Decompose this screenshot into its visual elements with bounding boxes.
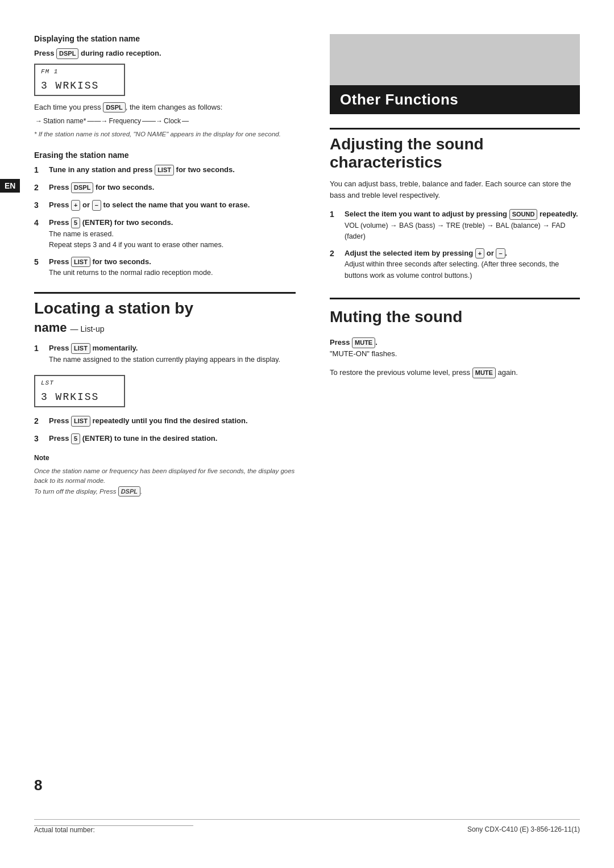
mute-key: MUTE	[352, 337, 375, 348]
plus-key: +	[71, 200, 80, 211]
dspl-key: DSPL	[56, 48, 78, 59]
header-gray-box	[330, 34, 580, 85]
footer-left: Actual total number:	[34, 825, 193, 834]
section-divider	[34, 292, 296, 294]
footer-left-text: Actual total number:	[34, 826, 95, 834]
list-item: 3 Press 5 (ENTER) to tune in the desired…	[34, 433, 296, 445]
locating-steps-list: 1 Press LIST momentarily. The name assig…	[34, 343, 296, 365]
list-key: LIST	[155, 165, 174, 176]
muting-press: Press MUTE. "MUTE-ON" flashes.	[330, 337, 580, 359]
minus-key2: –	[496, 248, 505, 259]
minus-key: –	[92, 200, 101, 211]
arrow-flow: → Station name* ——→ Frequency ——→ Clock …	[34, 117, 296, 125]
display-fm-label: FM 1	[41, 68, 58, 75]
display-lst-label: LST	[41, 379, 54, 386]
sound-key: SOUND	[509, 209, 538, 220]
adjusting-title: Adjusting the sound characteristics	[330, 135, 580, 172]
muting-divider	[330, 298, 580, 299]
list-item: 1 Select the item you want to adjust by …	[330, 208, 580, 242]
main-title: Other Functions	[330, 85, 580, 114]
display-station: 3 WRKISS	[41, 80, 99, 91]
dspl-key2: DSPL	[103, 102, 125, 113]
locating-note: Once the station name or frequency has b…	[34, 466, 296, 496]
list-item: 2 Adjust the selected item by pressing +…	[330, 248, 580, 281]
locating-steps-list-2: 2 Press LIST repeatedly until you find t…	[34, 415, 296, 445]
locating-name: name — List-up	[34, 320, 105, 335]
page-number: 8	[34, 777, 42, 794]
enter-key: 5	[71, 218, 80, 228]
locating-title: Locating a station by name — List-up	[34, 299, 296, 336]
muting-restore: To restore the previous volume level, pr…	[330, 367, 580, 378]
left-column: Displaying the station name Press DSPL d…	[34, 34, 313, 496]
footer: Actual total number: Sony CDX-C410 (E) 3…	[34, 819, 580, 834]
plus-key2: +	[475, 248, 484, 259]
adjusting-steps-list: 1 Select the item you want to adjust by …	[330, 208, 580, 281]
flow-item-3: Clock	[164, 117, 181, 125]
displaying-heading: Displaying the station name	[34, 34, 296, 43]
page: Displaying the station name Press DSPL d…	[0, 0, 614, 868]
display-lst-station: 3 WRKISS	[41, 391, 99, 403]
press-dspl-line: Press DSPL during radio reception.	[34, 48, 296, 59]
erasing-steps-list: 1 Tune in any station and press LIST for…	[34, 164, 296, 278]
footer-right: Sony CDX-C410 (E) 3-856-126-11(1)	[467, 825, 580, 834]
flow-item-1: Station name*	[43, 117, 86, 125]
list-item: 3 Press + or – to select the name that y…	[34, 199, 296, 211]
adjusting-intro: You can adjust bass, treble, balance and…	[330, 178, 580, 201]
flow-item-2: Frequency	[109, 117, 141, 125]
adjusting-divider	[330, 128, 580, 130]
dspl-key3: DSPL	[71, 182, 93, 193]
list-item: 2 Press DSPL for two seconds.	[34, 182, 296, 194]
list-item: 5 Press LIST for two seconds. The unit r…	[34, 256, 296, 278]
list-item: 4 Press 5 (ENTER) for two seconds. The n…	[34, 217, 296, 251]
display-box-lst: LST 3 WRKISS	[34, 375, 125, 407]
right-column: Other Functions Adjusting the sound char…	[313, 34, 580, 496]
erasing-heading: Erasing the station name	[34, 151, 296, 160]
each-time-text: Each time you press DSPL, the item chang…	[34, 102, 296, 113]
list-item: 1 Tune in any station and press LIST for…	[34, 164, 296, 176]
en-badge: EN	[0, 179, 20, 193]
list-key4: LIST	[71, 416, 90, 427]
station-name-footnote: * If the station name is not stored, "NO…	[34, 130, 296, 139]
list-item: 2 Press LIST repeatedly until you find t…	[34, 415, 296, 427]
mute-key2: MUTE	[472, 368, 496, 378]
list-key2: LIST	[71, 257, 90, 268]
enter-key2: 5	[71, 433, 80, 444]
muting-title: Muting the sound	[330, 305, 580, 329]
dspl-key4: DSPL	[118, 486, 140, 497]
note-heading: Note	[34, 453, 296, 463]
list-key3: LIST	[71, 343, 90, 354]
display-box-fm: FM 1 3 WRKISS	[34, 64, 125, 96]
list-item: 1 Press LIST momentarily. The name assig…	[34, 343, 296, 365]
